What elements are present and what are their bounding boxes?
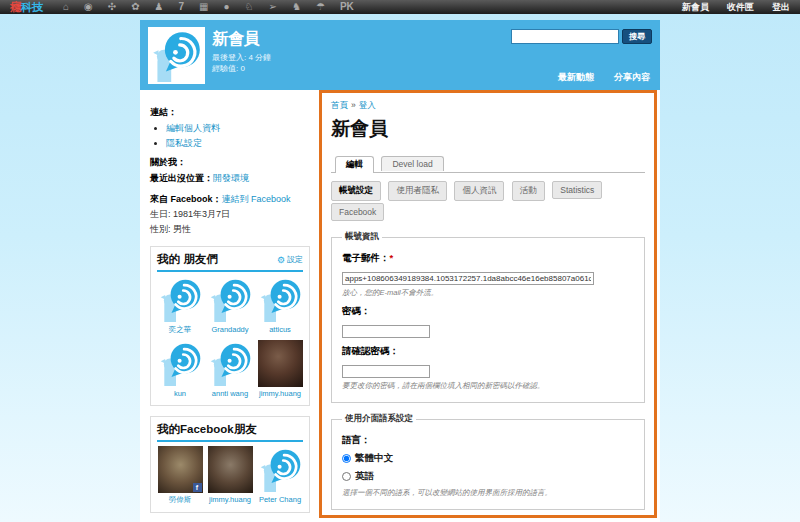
- gender-text: 性別: 男性: [150, 223, 310, 236]
- friend-item[interactable]: 奕之華: [157, 276, 203, 335]
- list-item: 隱私設定: [166, 137, 310, 150]
- topbar-user-links: 新會員 收件匣 登出: [682, 1, 790, 14]
- friend-item[interactable]: atticus: [257, 276, 303, 335]
- subtab-facebook[interactable]: Facebook: [331, 203, 384, 221]
- pk-icon[interactable]: PK: [340, 0, 354, 14]
- radio-english[interactable]: [342, 472, 351, 481]
- friend-name[interactable]: kun: [174, 389, 186, 398]
- search-button[interactable]: 搜尋: [622, 29, 652, 44]
- about-heading: 關於我：: [150, 156, 310, 169]
- password-description: 要更改你的密碼，請在兩個欄位填入相同的新密碼以作確認。: [342, 381, 634, 391]
- email-description: 放心，您的E-mail不會外流。: [342, 288, 634, 298]
- profile-header-tabs: 最新動態 分享內容: [558, 71, 650, 84]
- friend-avatar: [258, 276, 303, 323]
- subtab-personal-info[interactable]: 個人資訊: [454, 181, 504, 201]
- top-nav-bar: 癮科技 ⌂ ◉ ✣ ✿ ♟ 7 ▦ ● ♘ ➢ ♞ ☂ PK 新會員 收件匣 登…: [0, 0, 800, 16]
- friend-item[interactable]: Peter Chang: [257, 446, 303, 505]
- dog-icon[interactable]: ♘: [245, 0, 254, 14]
- friend-name[interactable]: Peter Chang: [259, 495, 301, 504]
- friend-name[interactable]: atticus: [269, 325, 291, 334]
- friend-avatar: [208, 340, 253, 387]
- breadcrumb-login-link[interactable]: 登入: [359, 100, 376, 110]
- friend-item[interactable]: jimmy.huang: [257, 340, 303, 398]
- profile-header: 新會員 最後登入: 4 分鐘 經驗值: 0 搜尋 最新動態 分享內容: [140, 20, 660, 90]
- bird-icon[interactable]: ☂: [316, 0, 325, 14]
- shell-icon[interactable]: ✣: [108, 0, 116, 14]
- site-container: 新會員 最後登入: 4 分鐘 經驗值: 0 搜尋 最新動態 分享內容 連結： 編…: [140, 20, 660, 522]
- friend-item[interactable]: kun: [157, 340, 203, 398]
- person-icon[interactable]: ♞: [292, 0, 301, 14]
- breadcrumb: 首頁»登入: [331, 100, 645, 112]
- edit-profile-link[interactable]: 編輯個人資料: [166, 123, 220, 133]
- tab-latest-activity[interactable]: 最新動態: [558, 71, 594, 84]
- friend-avatar: [258, 446, 303, 493]
- tab-devel-load[interactable]: Devel load: [381, 156, 443, 171]
- gamepad-icon[interactable]: ▦: [199, 0, 208, 14]
- friend-item[interactable]: Grandaddy: [207, 276, 253, 335]
- subtab-account-settings[interactable]: 帳號設定: [331, 181, 381, 201]
- breadcrumb-separator: »: [351, 100, 356, 110]
- facebook-badge-icon: f: [193, 483, 202, 492]
- privacy-settings-link[interactable]: 隱私設定: [166, 138, 202, 148]
- friend-avatar: [158, 340, 203, 387]
- language-option-traditional-chinese[interactable]: 繁體中文: [342, 452, 634, 465]
- ribbon-icon[interactable]: ✿: [131, 0, 139, 14]
- account-info-legend: 帳號資訊: [342, 231, 382, 243]
- location-label: 最近出沒位置：: [150, 173, 213, 183]
- friend-item[interactable]: annti wang: [207, 340, 253, 398]
- profile-links-list: 編輯個人資料 隱私設定: [166, 122, 310, 150]
- friend-item[interactable]: jimmy.huang: [207, 446, 253, 505]
- friends-settings-link[interactable]: ⚙設定: [277, 254, 303, 265]
- subtab-statistics[interactable]: Statistics: [552, 181, 602, 199]
- radio-traditional-chinese[interactable]: [342, 454, 351, 463]
- gear-icon: ⚙: [277, 255, 285, 265]
- mascot-avatar-image: [258, 446, 303, 493]
- language-option-english[interactable]: 英語: [342, 470, 634, 483]
- android-icon[interactable]: ♟: [155, 0, 164, 14]
- antenna-icon[interactable]: ◉: [84, 0, 93, 14]
- profile-sidebar: 連結： 編輯個人資料 隱私設定 關於我： 最近出沒位置：開發環境 來自 Face…: [140, 90, 316, 522]
- topbar-link-logout[interactable]: 登出: [772, 1, 790, 14]
- friend-name[interactable]: 勞偉斯: [169, 495, 192, 505]
- password-field[interactable]: [342, 325, 430, 338]
- topbar-link-inbox[interactable]: 收件匣: [727, 1, 754, 14]
- mascot-avatar-image: [158, 340, 203, 387]
- friend-name[interactable]: annti wang: [212, 389, 248, 398]
- topbar-link-member[interactable]: 新會員: [682, 1, 709, 14]
- edit-account-main-panel: 首頁»登入 新會員 編輯 Devel load 帳號設定 使用者隱私 個人資訊 …: [319, 90, 657, 518]
- tab-edit[interactable]: 編輯: [335, 156, 374, 173]
- profile-name: 新會員: [212, 29, 260, 50]
- links-heading: 連結：: [150, 106, 310, 119]
- seven-icon[interactable]: 7: [179, 0, 185, 14]
- facebook-connect-link[interactable]: 連結到 Facebook: [222, 194, 291, 204]
- breadcrumb-home-link[interactable]: 首頁: [331, 100, 348, 110]
- friends-settings-label: 設定: [287, 254, 303, 265]
- content-area: 連結： 編輯個人資料 隱私設定 關於我： 最近出沒位置：開發環境 來自 Face…: [140, 90, 660, 522]
- fish-icon[interactable]: ➢: [269, 0, 277, 14]
- subtab-user-privacy[interactable]: 使用者隱私: [388, 181, 447, 201]
- friend-name[interactable]: jimmy.huang: [209, 495, 251, 504]
- tab-shared-content[interactable]: 分享內容: [614, 71, 650, 84]
- friend-item[interactable]: f 勞偉斯: [157, 446, 203, 505]
- primary-tabs: 編輯 Devel load: [331, 152, 645, 173]
- friend-name[interactable]: jimmy.huang: [259, 389, 301, 398]
- profile-avatar[interactable]: [148, 27, 205, 84]
- friend-name[interactable]: Grandaddy: [211, 325, 248, 334]
- friends-panel: 我的 朋友們 ⚙設定 奕之華 Grandaddy atticus: [150, 246, 310, 406]
- friend-avatar: [158, 276, 203, 323]
- subtab-activity[interactable]: 活動: [512, 181, 545, 201]
- password-label: 密碼：: [342, 305, 634, 318]
- facebook-label: 來自 Facebook：: [150, 194, 222, 204]
- logo-part-cyan: 科技: [21, 1, 43, 13]
- search-input[interactable]: [511, 29, 619, 44]
- facebook-row: 來自 Facebook：連結到 Facebook: [150, 193, 310, 206]
- location-link[interactable]: 開發環境: [213, 173, 249, 183]
- required-marker: *: [390, 252, 394, 263]
- site-logo[interactable]: 癮科技: [10, 0, 43, 15]
- friends-panel-title: 我的 朋友們: [157, 252, 218, 267]
- email-field[interactable]: [342, 272, 594, 285]
- friend-name[interactable]: 奕之華: [169, 325, 192, 335]
- home-icon[interactable]: ⌂: [63, 0, 69, 14]
- drop-icon[interactable]: ●: [224, 0, 230, 14]
- confirm-password-field[interactable]: [342, 365, 430, 378]
